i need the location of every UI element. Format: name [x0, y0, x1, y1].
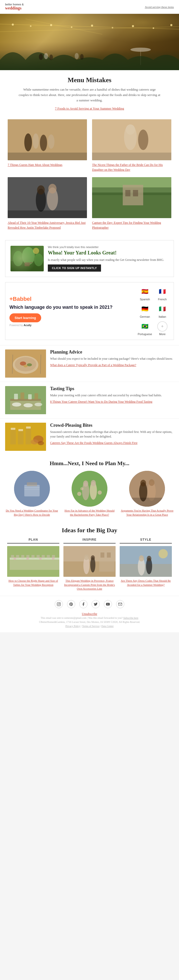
flag-german: 🇩🇪 [140, 304, 150, 314]
svg-point-85 [83, 480, 88, 487]
svg-point-17 [74, 53, 79, 59]
svg-rect-70 [11, 428, 15, 430]
article-card-3: Ahead of Their 10-Year Wedding Anniversa… [5, 175, 90, 232]
svg-rect-96 [129, 498, 165, 507]
svg-point-116 [84, 555, 89, 560]
lang-italian[interactable]: 🇮🇹 Italian [155, 304, 169, 318]
next-plan-title: Hmm...Next, I Need to Plan My... [5, 460, 174, 467]
svg-rect-120 [100, 552, 105, 558]
unsubscribe-link[interactable]: Unsubscribe [82, 612, 97, 616]
lang-spanish-label: Spanish [140, 298, 150, 301]
svg-rect-105 [36, 555, 40, 558]
svg-rect-40 [125, 190, 130, 196]
big-day-inspire-link[interactable]: This Elegant Wedding in Provence, France… [63, 579, 116, 590]
tasting-link[interactable]: 8 Things Your Caterer Doesn't Want You t… [50, 400, 152, 404]
svg-point-118 [91, 555, 95, 560]
svg-point-4 [30, 25, 32, 27]
avoid-link[interactable]: Avoid serving these items [145, 5, 174, 8]
svg-rect-72 [18, 429, 23, 431]
svg-point-88 [77, 492, 81, 496]
svg-point-11 [170, 24, 173, 26]
svg-rect-123 [120, 564, 172, 577]
next-plan-section: Hmm...Next, I Need to Plan My... Do You … [0, 455, 179, 522]
svg-rect-102 [21, 555, 24, 558]
instagram-icon[interactable] [55, 600, 63, 608]
ad-start-button[interactable]: Start learning [10, 313, 41, 322]
pinterest-icon[interactable] [67, 600, 75, 608]
svg-rect-99 [10, 560, 59, 570]
lang-portuguese-label: Portuguese [138, 332, 152, 336]
article-img-svg-1 [8, 119, 87, 160]
article-card-4: Capture the Day: Expert Tips for Finding… [90, 175, 174, 232]
svg-rect-74 [26, 426, 31, 428]
article-link-4[interactable]: Capture the Day: Expert Tips for Finding… [92, 221, 161, 229]
svg-point-87 [91, 480, 96, 486]
svg-point-29 [138, 130, 148, 150]
ad-logo: +Babbel [10, 296, 133, 302]
terms-link[interactable]: Terms of Service [82, 625, 100, 627]
data-link[interactable]: Data Center [101, 625, 114, 627]
svg-point-10 [153, 27, 154, 29]
svg-rect-100 [11, 555, 14, 558]
privacy-link[interactable]: Privacy Policy [65, 625, 81, 627]
article-img-svg-4 [92, 177, 171, 218]
article-link-3[interactable]: Ahead of Their 10-Year Wedding Anniversa… [8, 221, 86, 229]
big-day-plan-thumb [7, 546, 59, 577]
big-day-plan-link[interactable]: How to Choose the Right Shape and Size o… [7, 579, 59, 587]
big-day-style-link[interactable]: Are There Any Dress Codes That Should Be… [120, 579, 172, 587]
menu-mistakes-link[interactable]: 7 Foods to Avoid Serving at Your Summer … [55, 107, 124, 110]
planning-link[interactable]: What does a Caterer Typically Provide as… [50, 363, 136, 367]
twitter-icon[interactable] [92, 600, 100, 608]
planning-thumb [5, 350, 46, 378]
svg-point-83 [71, 471, 108, 507]
promo-title: Whoa! Your Yard Looks Great! [48, 250, 168, 256]
footer-subscribe-link[interactable]: Subscribe here [123, 616, 138, 619]
lang-more[interactable]: + More [155, 321, 169, 336]
article-card-2: The Nicest Things the Father of the Brid… [90, 117, 174, 175]
hero-lights-svg [0, 14, 179, 70]
menu-mistakes-section: Menu Mistakes While summertime entrées c… [0, 70, 179, 117]
logo: better homes & weddings [5, 3, 24, 11]
content-row-tasting: Tasting Tips Make your meeting with your… [0, 382, 179, 418]
crowd-thumb [5, 423, 46, 451]
facebook-icon[interactable] [79, 600, 87, 608]
tasting-thumb [5, 386, 46, 414]
plan-link-2[interactable]: How Far in Advance of the Wedding Should… [63, 509, 116, 517]
svg-rect-35 [8, 210, 87, 218]
big-day-inspire-heading: INSPIRE [63, 538, 116, 544]
promo-signup-button[interactable]: CLICK TO SIGN UP INSTANTLY [48, 264, 101, 272]
promo-body: Is exactly what people will say when you… [48, 258, 168, 262]
planning-text: Planning Advice What should you expect t… [50, 350, 173, 367]
svg-point-110 [26, 557, 29, 560]
lang-portuguese[interactable]: 🇧🇷 Portuguese [138, 321, 152, 336]
tasting-title: Tasting Tips [50, 386, 162, 391]
svg-point-127 [147, 556, 151, 562]
lang-more-label: More [159, 332, 165, 336]
plan-link-3[interactable]: Arguments You're Having That Actually Pr… [120, 509, 174, 517]
social-footer: Unsubscribe This email was sent to someo… [0, 596, 179, 632]
article-link-1[interactable]: 7 Things Guests Hate Most About Weddings [8, 163, 62, 167]
svg-point-8 [112, 27, 113, 29]
big-day-col-inspire: INSPIRE T [61, 538, 118, 590]
svg-line-0 [0, 24, 179, 29]
plan-circle-3 [129, 471, 165, 507]
big-day-inspire-thumb [63, 546, 116, 577]
footer-line2: ©BetterHomes&Gardens, 1716 Locust Street… [39, 620, 140, 624]
svg-rect-104 [32, 555, 35, 558]
svg-point-89 [98, 490, 102, 495]
svg-point-66 [24, 403, 33, 407]
article-card-1: 7 Things Guests Hate Most About Weddings [5, 117, 90, 175]
menu-mistakes-body: While summertime entrées can be versatil… [18, 87, 161, 103]
crowd-link[interactable]: Caterers Say These Are the Foods Wedding… [50, 441, 137, 445]
lang-french[interactable]: 🇫🇷 French [155, 286, 169, 301]
logo-top: better homes & [5, 3, 24, 6]
svg-point-93 [140, 480, 146, 487]
article-link-2[interactable]: The Nicest Things the Father of the Brid… [92, 163, 163, 172]
svg-point-54 [27, 363, 32, 366]
email-icon[interactable] [116, 600, 124, 608]
youtube-icon[interactable] [104, 600, 112, 608]
lang-german[interactable]: 🇩🇪 German [138, 304, 152, 318]
plan-link-1[interactable]: Do You Need a Wedding Coordinator for Yo… [5, 509, 59, 517]
svg-line-1 [0, 27, 179, 32]
lang-spanish[interactable]: 🇪🇸 Spanish [138, 286, 152, 301]
